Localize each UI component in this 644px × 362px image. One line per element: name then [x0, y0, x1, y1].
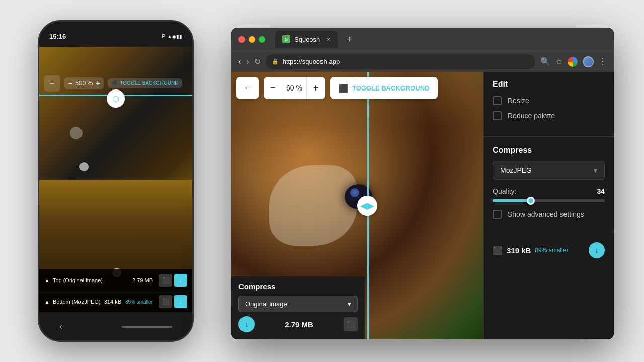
reduce-palette-label: Reduce palette	[508, 112, 555, 120]
output-copy-icon: ⬛	[493, 246, 503, 255]
phone-row2-label: Bottom (MozJPEG)	[53, 299, 104, 305]
phone-toggle-bg-icon: ⬛	[112, 80, 118, 86]
address-lock-icon: 🔒	[272, 58, 279, 65]
phone-zoom-in-button[interactable]: +	[96, 79, 100, 87]
format-selector[interactable]: MozJPEG ▾	[493, 161, 605, 180]
phone-row2-download-button[interactable]: ↓	[174, 295, 187, 308]
phone-row2-arrow: ▲	[44, 299, 50, 305]
close-traffic-light[interactable]	[238, 36, 245, 43]
output-section: ⬛ 319 kB 89% smaller ↓	[484, 235, 614, 265]
format-chevron-icon: ▾	[594, 166, 597, 174]
phone-bottom-panel: ▲ Top (Original image) 2.79 MB ⬛ ↓ ▲ Bot…	[39, 269, 192, 313]
reduce-palette-checkbox[interactable]	[493, 111, 502, 120]
nav-refresh-button[interactable]: ↻	[254, 57, 261, 66]
bottom-compress-panel: Compress Original image ▾ ↓ 2.79 MB ⬛	[231, 276, 365, 339]
phone-panel-row-1: ▲ Top (Original image) 2.79 MB ⬛ ↓	[39, 269, 192, 291]
phone-toggle-bg-label: TOGGLE BACKGROUND	[120, 80, 178, 86]
nav-icons: 🔍 ☆ ⋮	[540, 56, 607, 67]
dog-white-area	[269, 165, 357, 246]
compress-section-title: Compress	[484, 146, 614, 155]
browser-window: S Squoosh ✕ + ‹ › ↻ 🔒 https://squoosh.ap…	[231, 28, 614, 339]
panel-divider-1	[484, 136, 614, 137]
phone-zoom-value: 500 %	[75, 80, 93, 87]
phone-zoom-controls: − 500 % +	[64, 77, 104, 89]
tab-title: Squoosh	[294, 36, 320, 43]
chrome-icon	[568, 57, 578, 67]
output-download-button[interactable]: ↓	[589, 242, 605, 258]
output-size-row: ⬛ 319 kB 89% smaller ↓	[493, 242, 605, 258]
address-bar[interactable]: 🔒 https://squoosh.app	[266, 54, 535, 69]
reduce-palette-checkbox-row: Reduce palette	[493, 111, 605, 120]
browser-titlebar: S Squoosh ✕ +	[231, 28, 614, 51]
phone-toggle-bg-button[interactable]: ⬛ TOGGLE BACKGROUND	[108, 78, 182, 88]
profile-avatar[interactable]	[583, 56, 594, 67]
bottom-copy-button[interactable]: ⬛	[344, 317, 358, 331]
quality-slider-thumb[interactable]	[527, 197, 535, 205]
zoom-controls: − 60 % +	[264, 77, 325, 99]
menu-icon[interactable]: ⋮	[599, 57, 607, 66]
zoom-in-button[interactable]: +	[307, 77, 325, 99]
maximize-traffic-light[interactable]	[259, 36, 265, 43]
phone-device: 15:16 P ▲◆▮▮ ← − 500 % + ⬛ TOGG	[38, 20, 194, 342]
address-url: https://squoosh.app	[283, 58, 340, 65]
phone-row1-copy-button[interactable]: ⬛	[159, 274, 172, 287]
minimize-traffic-light[interactable]	[249, 36, 255, 43]
toggle-bg-icon: ⬛	[338, 83, 348, 93]
quality-slider-track	[493, 199, 605, 202]
phone-row1-arrow: ▲	[44, 277, 50, 283]
bookmark-icon[interactable]: ☆	[555, 57, 562, 66]
resize-checkbox-row: Resize	[493, 96, 605, 105]
phone-signal-icons: ▲◆▮▮	[167, 34, 182, 39]
quality-label: Quality:	[493, 187, 516, 195]
advanced-settings-checkbox[interactable]	[493, 210, 502, 219]
advanced-settings-label: Show advanced settings	[508, 210, 584, 218]
image-area: ← − 60 % + ⬛ TOGGLE BACKGROUND ◀▶ Compre…	[231, 72, 483, 339]
image-toolbar: ← − 60 % + ⬛ TOGGLE BACKGROUND	[236, 77, 438, 99]
quality-slider-fill	[493, 199, 531, 202]
resize-checkbox[interactable]	[493, 96, 502, 105]
sidebar-panel: Edit Resize Reduce palette Compress MozJ…	[483, 72, 614, 339]
phone-row2-copy-button[interactable]: ⬛	[159, 295, 172, 308]
phone-row1-download-button[interactable]: ↓	[174, 274, 187, 287]
compress-select-chevron: ▾	[348, 300, 351, 308]
zoom-value: 60 %	[282, 77, 307, 99]
image-back-button[interactable]: ←	[236, 77, 259, 99]
edit-section: Edit Resize Reduce palette	[484, 72, 614, 134]
phone-splitter-handle[interactable]: ⬡	[107, 89, 125, 108]
output-badge: 89% smaller	[535, 247, 568, 254]
phone-back-button[interactable]: ←	[44, 75, 60, 92]
phone-dot-1	[79, 162, 89, 171]
compress-format-selector[interactable]: Original image ▾	[238, 296, 358, 312]
phone-nav-back-button[interactable]: ‹	[59, 321, 62, 332]
edit-section-title: Edit	[493, 80, 605, 89]
phone-row2-badge: 89% smaller	[125, 299, 153, 305]
bottom-download-button[interactable]: ↓	[238, 316, 255, 332]
phone-zoom-out-button[interactable]: −	[68, 79, 72, 87]
format-value: MozJPEG	[500, 166, 532, 174]
zoom-out-button[interactable]: −	[264, 77, 282, 99]
quality-slider[interactable]	[484, 199, 614, 202]
bottom-size-row: ↓ 2.79 MB ⬛	[238, 316, 358, 332]
toggle-bg-label: TOGGLE BACKGROUND	[352, 84, 430, 92]
search-icon[interactable]: 🔍	[540, 57, 550, 66]
output-size-info: ⬛ 319 kB 89% smaller	[493, 246, 568, 255]
nav-forward-button[interactable]: ›	[246, 57, 249, 66]
traffic-lights	[238, 36, 265, 43]
phone-status-icons: P ▲◆▮▮	[162, 34, 182, 39]
quality-row: Quality: 34	[484, 187, 614, 195]
phone-row1-size: 2.79 MB	[132, 277, 153, 283]
advanced-settings-row: Show advanced settings	[484, 210, 614, 219]
tab-close-button[interactable]: ✕	[326, 36, 331, 43]
image-splitter-handle[interactable]: ◀▶	[357, 196, 377, 216]
bottom-size-value: 2.79 MB	[285, 320, 313, 329]
browser-tab[interactable]: S Squoosh ✕	[275, 31, 338, 48]
browser-content: ← − 60 % + ⬛ TOGGLE BACKGROUND ◀▶ Compre…	[231, 72, 614, 339]
browser-nav: ‹ › ↻ 🔒 https://squoosh.app 🔍 ☆ ⋮	[231, 51, 614, 72]
nav-back-button[interactable]: ‹	[238, 57, 241, 66]
new-tab-button[interactable]: +	[347, 34, 352, 45]
phone-row1-label: Top (Original image)	[53, 277, 132, 283]
toggle-background-button[interactable]: ⬛ TOGGLE BACKGROUND	[330, 77, 438, 99]
phone-bottom-nav: ‹	[39, 313, 192, 340]
phone-home-bar	[122, 326, 172, 328]
compress-section: Compress MozJPEG ▾ Quality: 34	[484, 139, 614, 231]
